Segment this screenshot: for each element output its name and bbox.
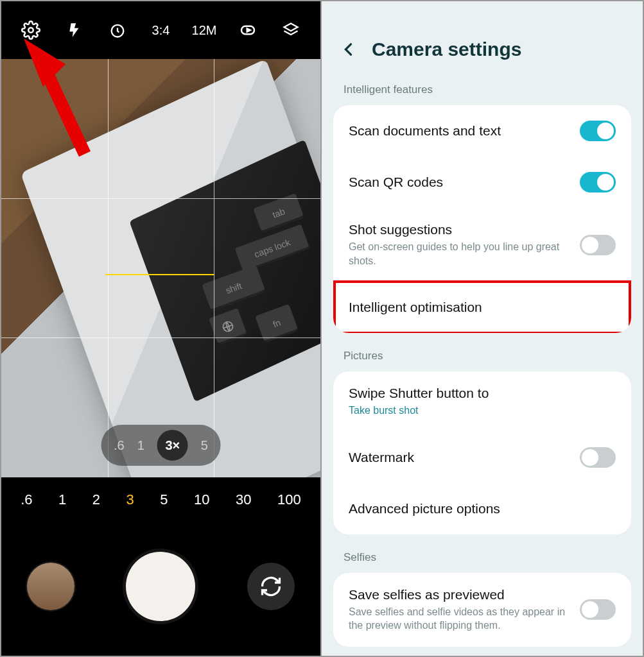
camera-viewfinder[interactable]: tab caps lock shift fn .6 1 3× 5 (1, 59, 320, 477)
settings-header: Camera settings (322, 1, 643, 83)
settings-pane: Camera settings Intelligent features Sca… (322, 0, 644, 657)
row-title: Scan documents and text (349, 123, 567, 139)
scale-step[interactable]: 2 (92, 491, 100, 508)
resolution-button[interactable]: 12M (191, 17, 217, 43)
row-title: Intelligent optimisation (349, 300, 603, 315)
scale-step[interactable]: 30 (236, 491, 251, 508)
row-title: Scan QR codes (349, 175, 567, 190)
camera-bottom-row (1, 522, 320, 651)
gallery-thumbnail[interactable] (27, 563, 74, 610)
timer-icon[interactable] (105, 17, 130, 43)
row-title: Swipe Shutter button to (349, 386, 603, 401)
row-scan-documents[interactable]: Scan documents and text (333, 105, 631, 157)
row-shot-suggestions[interactable]: Shot suggestions Get on-screen guides to… (333, 208, 631, 282)
row-title: Shot suggestions (349, 222, 567, 237)
grid-line-horizontal (1, 198, 320, 199)
row-advanced-picture-options[interactable]: Advanced picture options (333, 483, 631, 534)
row-intelligent-optimisation[interactable]: Intelligent optimisation (333, 282, 631, 333)
filters-icon[interactable] (278, 17, 304, 43)
zoom-step[interactable]: .6 (114, 438, 125, 453)
grid-line-vertical (214, 59, 214, 477)
section-card-pictures: Swipe Shutter button to Take burst shot … (333, 371, 631, 534)
camera-top-toolbar: 3:4 12M (1, 1, 320, 59)
row-swipe-shutter[interactable]: Swipe Shutter button to Take burst shot (333, 371, 631, 432)
section-label-selfies: Selfies (322, 551, 643, 573)
section-label-intelligent: Intelligent features (322, 83, 643, 105)
toggle-watermark[interactable] (580, 447, 616, 468)
section-label-pictures: Pictures (322, 350, 643, 371)
scale-step[interactable]: .6 (21, 491, 32, 508)
shutter-button[interactable] (126, 552, 195, 621)
scale-step[interactable]: 10 (194, 491, 209, 508)
row-scan-qr[interactable]: Scan QR codes (333, 157, 631, 208)
toggle-scan-documents[interactable] (580, 121, 616, 141)
settings-title: Camera settings (372, 38, 521, 60)
toggle-shot-suggestions[interactable] (580, 235, 616, 255)
switch-camera-button[interactable] (247, 563, 295, 610)
row-subtitle: Get on-screen guides to help you line up… (349, 240, 567, 268)
toggle-scan-qr[interactable] (580, 172, 616, 192)
settings-gear-icon[interactable] (18, 17, 44, 43)
zoom-scale-row[interactable]: .6 1 2 3 5 10 30 100 (1, 477, 320, 522)
level-indicator (105, 274, 214, 275)
row-title: Watermark (349, 450, 567, 465)
flash-icon[interactable] (62, 17, 87, 43)
row-save-selfies-previewed[interactable]: Save selfies as previewed Save selfies a… (333, 573, 631, 647)
grid-line-vertical (108, 59, 109, 477)
scale-step[interactable]: 5 (160, 491, 168, 508)
aspect-ratio-button[interactable]: 3:4 (148, 17, 174, 43)
motion-photo-icon[interactable] (235, 17, 261, 43)
scale-step[interactable]: 100 (277, 491, 301, 508)
zoom-step[interactable]: 5 (201, 438, 208, 453)
toggle-save-selfies-previewed[interactable] (580, 599, 616, 620)
zoom-step-active[interactable]: 3× (157, 430, 188, 461)
row-title: Advanced picture options (349, 501, 603, 516)
section-card-intelligent: Scan documents and text Scan QR codes Sh… (333, 105, 631, 333)
row-watermark[interactable]: Watermark (333, 432, 631, 483)
scale-step-selected[interactable]: 3 (126, 491, 134, 508)
row-title: Save selfies as previewed (349, 587, 567, 602)
grid-line-horizontal (1, 337, 320, 338)
back-icon[interactable] (340, 40, 358, 58)
section-card-selfies: Save selfies as previewed Save selfies a… (333, 573, 631, 647)
row-subtitle: Save selfies and selfie videos as they a… (349, 605, 567, 633)
row-subtitle: Take burst shot (349, 404, 603, 418)
scale-step[interactable]: 1 (58, 491, 66, 508)
zoom-step[interactable]: 1 (137, 438, 144, 453)
svg-point-0 (28, 28, 33, 33)
zoom-ribbon[interactable]: .6 1 3× 5 (101, 425, 221, 466)
camera-pane: 3:4 12M tab caps lock shift fn .6 1 3× 5 (0, 0, 322, 657)
